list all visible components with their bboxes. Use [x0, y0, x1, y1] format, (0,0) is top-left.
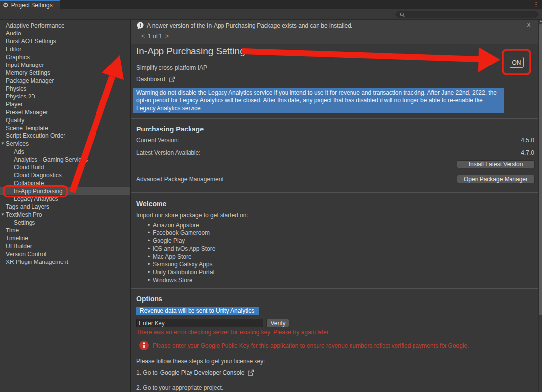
store-name: Samsung Galaxy Apps	[153, 261, 212, 268]
bullet-icon: •	[148, 261, 153, 268]
sidebar-item-graphics[interactable]: Graphics	[0, 53, 130, 61]
bullet-icon: •	[148, 221, 153, 229]
scrollbar-thumb[interactable]	[539, 24, 542, 315]
sidebar-item-input-manager[interactable]: Input Manager	[0, 61, 130, 69]
sidebar-item-collaborate[interactable]: Collaborate	[0, 179, 130, 187]
sidebar-item-physics[interactable]: Physics	[0, 85, 130, 93]
sidebar-item-xr-plugin-management[interactable]: XR Plugin Management	[0, 258, 130, 266]
sidebar-item-label: Version Control	[6, 251, 46, 258]
sidebar-item-textmesh-pro[interactable]: ▼TextMesh Pro	[0, 211, 130, 219]
sidebar-item-services[interactable]: ▼Services	[0, 140, 130, 148]
tab-project-settings[interactable]: ⚙ Project Settings	[0, 0, 60, 9]
sidebar-item-label: Package Manager	[6, 77, 54, 84]
kebab-menu-icon[interactable]: ⋮	[533, 1, 539, 8]
sidebar-item-label: Burst AOT Settings	[6, 38, 56, 45]
sidebar-item-cloud-diagnostics[interactable]: Cloud Diagnostics	[0, 171, 130, 179]
sidebar-item-label: Analytics - Gaming Services	[14, 156, 88, 163]
sidebar-item-scene-template[interactable]: Scene Template	[0, 124, 130, 132]
sidebar-item-editor[interactable]: Editor	[0, 45, 130, 53]
sidebar-item-label: Input Manager	[6, 62, 44, 68]
pager-next-icon[interactable]: >	[165, 33, 169, 40]
scrollbar[interactable]	[538, 20, 542, 392]
store-list-item: •Samsung Galaxy Apps	[148, 261, 215, 268]
sidebar-item-label: Time	[6, 227, 19, 234]
store-list-item: •iOS and tvOs App Store	[148, 245, 215, 253]
bullet-icon: •	[148, 237, 153, 245]
welcome-intro: Import our store package to get started …	[136, 212, 248, 219]
search-input[interactable]	[405, 12, 535, 18]
search-box[interactable]	[396, 11, 538, 18]
open-package-manager-button[interactable]: Open Package Manager	[457, 175, 535, 183]
sidebar-item-label: Adaptive Performance	[6, 22, 64, 29]
foldout-triangle-icon[interactable]: ▼	[0, 211, 5, 219]
install-latest-version-button[interactable]: Install Latest Version	[457, 160, 535, 168]
sidebar-item-package-manager[interactable]: Package Manager	[0, 77, 130, 85]
store-name: Google Play	[153, 237, 185, 245]
sidebar-item-label: TextMesh Pro	[6, 211, 42, 218]
sidebar-item-ui-builder[interactable]: UI Builder	[0, 242, 130, 250]
sidebar-item-time[interactable]: Time	[0, 227, 130, 234]
store-name: Mac App Store	[153, 253, 191, 261]
tab-title: Project Settings	[11, 2, 53, 9]
store-list-item: •Facebook Gameroom	[148, 229, 215, 237]
options-heading: Options	[136, 295, 162, 303]
store-list-item: •Amazon Appstore	[148, 221, 215, 229]
dashboard-link[interactable]: Dashboard	[136, 76, 175, 83]
sidebar-item-player[interactable]: Player	[0, 100, 130, 108]
sidebar-item-adaptive-performance[interactable]: Adaptive Performance	[0, 22, 130, 30]
bullet-icon: •	[148, 229, 153, 237]
sidebar-item-quality[interactable]: Quality	[0, 116, 130, 124]
sidebar-item-label: Collaborate	[14, 180, 44, 187]
sidebar-item-label: UI Builder	[6, 243, 32, 250]
sidebar-item-cloud-build[interactable]: Cloud Build	[0, 163, 130, 171]
google-play-console-link[interactable]: Google Play Developer Console	[160, 369, 245, 376]
sidebar-item-label: XR Plugin Management	[6, 259, 68, 265]
sidebar-item-label: Timeline	[6, 235, 28, 242]
sidebar-item-version-control[interactable]: Version Control	[0, 250, 130, 258]
sidebar-item-label: Quality	[6, 117, 24, 124]
sidebar-item-audio[interactable]: Audio	[0, 30, 130, 37]
sidebar-item-label: Settings	[14, 219, 35, 226]
sidebar-item-ads[interactable]: Ads	[0, 148, 130, 156]
sidebar-item-preset-manager[interactable]: Preset Manager	[0, 108, 130, 116]
sidebar-item-label: Preset Manager	[6, 109, 48, 116]
sidebar-item-settings[interactable]: Settings	[0, 219, 130, 227]
service-toggle-button[interactable]: ON	[510, 57, 524, 68]
sidebar-item-label: Player	[6, 101, 23, 108]
foldout-triangle-icon[interactable]: ▼	[0, 140, 5, 148]
sidebar-item-burst-aot-settings[interactable]: Burst AOT Settings	[0, 37, 130, 45]
store-list-item: •Unity Distribution Portal	[148, 268, 215, 276]
gear-icon: ⚙	[3, 2, 9, 8]
scroll-up-icon[interactable]	[539, 20, 542, 22]
banner-close-icon[interactable]: X	[527, 22, 531, 29]
sidebar-item-tags-and-layers[interactable]: Tags and Layers	[0, 203, 130, 211]
search-icon	[399, 12, 405, 18]
sidebar-item-label: In-App Purchasing	[14, 188, 63, 195]
toolbar	[0, 9, 542, 20]
sidebar-item-legacy-analytics[interactable]: Legacy Analytics	[0, 195, 130, 203]
license-key-input[interactable]	[136, 319, 263, 327]
sidebar-item-analytics-gaming-services[interactable]: Analytics - Gaming Services	[0, 156, 130, 163]
store-list-item: •Google Play	[148, 237, 215, 245]
sidebar-item-label: Graphics	[6, 54, 30, 61]
sidebar-item-label: Ads	[14, 148, 24, 155]
project-settings-window: ⚙ Project Settings ⋮ Adaptive Performanc…	[0, 0, 542, 392]
pager-prev-icon[interactable]: <	[141, 33, 145, 40]
verify-button[interactable]: Verify	[266, 319, 289, 327]
sidebar-item-memory-settings[interactable]: Memory Settings	[0, 69, 130, 77]
store-list: •Amazon Appstore•Facebook Gameroom•Googl…	[148, 221, 215, 284]
sidebar-item-label: Cloud Build	[14, 164, 44, 171]
bullet-icon: •	[148, 253, 153, 261]
sidebar-item-label: Cloud Diagnostics	[14, 172, 62, 179]
notification-bubble-icon	[136, 22, 144, 30]
current-version-label: Current Version:	[136, 137, 179, 144]
sidebar-item-script-execution-order[interactable]: Script Execution Order	[0, 132, 130, 140]
sidebar-item-in-app-purchasing[interactable]: In-App Purchasing	[0, 187, 130, 195]
step-1: 1. Go to Google Play Developer Console	[136, 369, 254, 376]
sidebar-item-timeline[interactable]: Timeline	[0, 234, 130, 242]
sidebar-list: Adaptive PerformanceAudioBurst AOT Setti…	[0, 22, 130, 266]
pager-count: 1 of 1	[148, 33, 162, 40]
sidebar-item-label: Tags and Layers	[6, 203, 49, 210]
sidebar-item-physics-2d[interactable]: Physics 2D	[0, 93, 130, 100]
sidebar-item-label: Scene Template	[6, 125, 48, 131]
